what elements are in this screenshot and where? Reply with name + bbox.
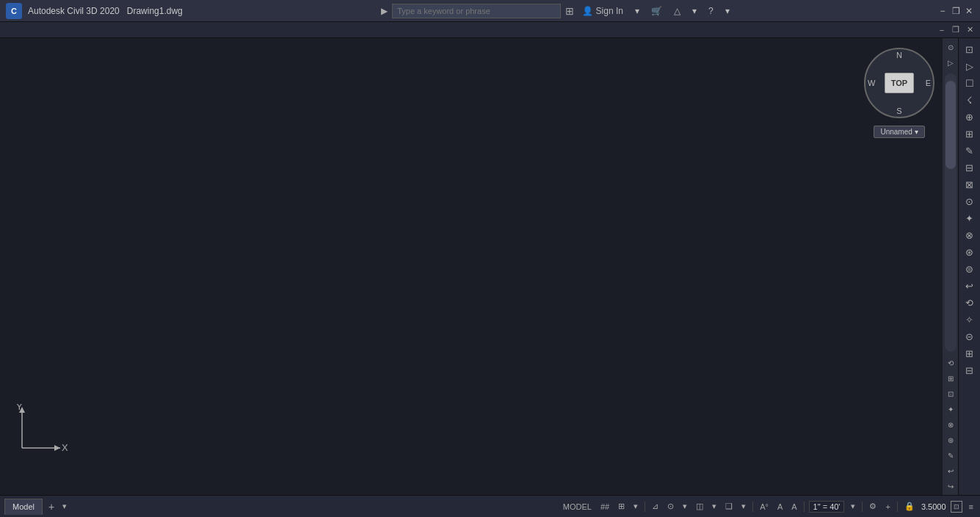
rt-grid-icon[interactable]: ⊞ [960, 126, 979, 142]
grid-toggle-icon[interactable]: ## [598, 502, 611, 512]
coordinate-axes: Y X [9, 404, 68, 455]
rt-sparkle-icon[interactable]: ✧ [960, 311, 979, 328]
cart-icon[interactable]: 🛒 [647, 4, 666, 18]
iso-icon[interactable]: ❑ [723, 501, 735, 512]
nav-redo-icon[interactable]: ↪ [943, 479, 958, 494]
rt-fullscreen-icon[interactable]: ⊡ [960, 41, 979, 57]
nav-orbit-icon[interactable]: ⊗ [943, 417, 958, 432]
app-name: Autodesk Civil 3D 2020 [28, 6, 120, 16]
scale-display: 1" = 40' [809, 501, 845, 513]
menu-icon[interactable]: ≡ [967, 502, 976, 512]
close-button[interactable]: ✕ [964, 6, 974, 16]
snap-toggle-icon[interactable]: ⊞ [616, 501, 627, 512]
coord-icon[interactable]: ⊿ [650, 501, 661, 512]
rt-collapse-icon[interactable]: ⊟ [960, 159, 979, 176]
viewcube-top-button[interactable]: TOP [885, 73, 914, 93]
nav-settings-icon[interactable]: ⊞ [943, 371, 958, 386]
rt-square-icon[interactable]: ☐ [960, 75, 979, 91]
iso-dropdown-icon[interactable]: ▾ [739, 501, 748, 512]
compass-west-label: W [868, 79, 875, 87]
rt-asterisk-icon[interactable]: ⊛ [960, 244, 979, 260]
nav-undo-icon[interactable]: ↩ [943, 463, 958, 478]
add-layout-button[interactable]: + [46, 501, 57, 513]
search-icon[interactable]: ⊞ [565, 5, 574, 17]
separator-3 [804, 502, 805, 512]
title-bar-left: C Autodesk Civil 3D 2020 Drawing1.dwg [6, 3, 183, 19]
polar-dropdown-icon[interactable]: ▾ [710, 501, 719, 512]
sec-minimize-button[interactable]: − [936, 24, 948, 36]
account-dropdown-icon[interactable]: ▾ [631, 4, 643, 18]
polar-icon[interactable]: ◫ [694, 501, 705, 512]
viewcube-compass[interactable]: N S W E TOP [864, 48, 934, 118]
help-dropdown-icon[interactable]: ▾ [722, 4, 733, 18]
separator-4 [862, 502, 863, 512]
nav-bottom-icon[interactable]: ⟲ [943, 355, 958, 370]
minimize-button[interactable]: − [937, 6, 948, 16]
separator-5 [897, 502, 898, 512]
rt-flash-icon[interactable]: ☇ [960, 92, 979, 108]
track-icon[interactable]: ⊙ [665, 501, 676, 512]
triangle-dropdown-icon[interactable]: ▾ [689, 4, 700, 18]
sec-close-button[interactable]: ✕ [964, 24, 976, 36]
x-axis-label: X [62, 442, 68, 453]
title-bar: C Autodesk Civil 3D 2020 Drawing1.dwg ▶ … [0, 0, 980, 22]
rt-play-icon[interactable]: ▷ [960, 58, 979, 74]
model-mode-label[interactable]: MODEL [561, 502, 594, 512]
status-bar-right: MODEL ## ⊞ ▾ ⊿ ⊙ ▾ ◫ ▾ ❑ ▾ A° A A 1" = 4… [561, 501, 976, 513]
nav-top-icon[interactable]: ⊙ [943, 40, 958, 54]
rt-dash-icon[interactable]: ⊜ [960, 261, 979, 277]
title-bar-center: ▶ ⊞ 👤 Sign In ▾ 🛒 △ ▾ ? ▾ [381, 4, 733, 18]
rt-minus-square-icon[interactable]: ⊟ [960, 362, 979, 378]
nav-zoom-icon[interactable]: ⊡ [943, 386, 958, 401]
nav-look-icon[interactable]: ⊛ [943, 433, 958, 447]
annotate1-icon[interactable]: A° [758, 502, 771, 512]
rt-minus-circle-icon[interactable]: ⊝ [960, 328, 979, 344]
viewport-icon[interactable]: ⊡ [951, 501, 962, 513]
track-dropdown-icon[interactable]: ▾ [680, 501, 689, 512]
search-input[interactable] [392, 4, 561, 18]
viewport-name-label[interactable]: Unnamed ▾ [874, 126, 924, 138]
settings-icon[interactable]: ⚙ [867, 501, 879, 512]
nav-walk-icon[interactable]: ✎ [943, 448, 958, 463]
nav-pan-icon[interactable]: ✦ [943, 402, 958, 416]
annotate3-icon[interactable]: A [789, 502, 799, 512]
viewcube[interactable]: N S W E TOP Unnamed ▾ [859, 48, 940, 169]
separator-2 [752, 502, 753, 512]
rt-target-icon[interactable]: ⊙ [960, 193, 979, 209]
annotate2-icon[interactable]: A [775, 502, 785, 512]
window-controls: − ❒ ✕ [937, 6, 974, 16]
help-icon[interactable]: ? [705, 4, 717, 18]
rt-pen-icon[interactable]: ✎ [960, 142, 979, 159]
sign-in-button[interactable]: 👤 Sign In [578, 4, 627, 18]
rt-layers-icon[interactable]: ⊕ [960, 109, 979, 125]
x-arrow [54, 445, 60, 451]
lock-icon[interactable]: 🔒 [902, 501, 917, 512]
model-tab[interactable]: Model [4, 499, 43, 515]
compass-north-label: N [896, 51, 902, 59]
rt-cross-icon[interactable]: ⊗ [960, 227, 979, 243]
nav-arrow-icon[interactable]: ▷ [943, 55, 958, 70]
status-bar: Model + ▾ MODEL ## ⊞ ▾ ⊿ ⊙ ▾ ◫ ▾ ❑ ▾ A° … [0, 495, 980, 517]
rt-redo-icon[interactable]: ⟲ [960, 294, 979, 311]
nav-thumb [945, 81, 956, 169]
rt-plus-square-icon[interactable]: ⊞ [960, 345, 979, 361]
rt-undo-icon[interactable]: ↩ [960, 278, 979, 294]
scale-dropdown-icon[interactable]: ▾ [849, 501, 857, 512]
rt-star-icon[interactable]: ✦ [960, 210, 979, 226]
canvas-area[interactable] [0, 38, 958, 495]
file-name: Drawing1.dwg [127, 6, 183, 16]
snap-dropdown-icon[interactable]: ▾ [631, 501, 640, 512]
search-expand-icon[interactable]: ▶ [381, 6, 388, 16]
secondary-window-controls: − ❒ ✕ [936, 24, 976, 36]
sec-restore-button[interactable]: ❒ [950, 24, 962, 36]
nav-scrollbar[interactable] [945, 73, 957, 352]
layout-dropdown-arrow[interactable]: ▾ [60, 501, 69, 512]
app-icon[interactable]: C [6, 3, 22, 19]
secondary-bar: − ❒ ✕ [0, 22, 980, 38]
rt-close-icon[interactable]: ⊠ [960, 176, 979, 192]
plus-icon[interactable]: + [883, 502, 892, 512]
restore-button[interactable]: ❒ [951, 6, 961, 16]
triangle-icon[interactable]: △ [670, 4, 684, 18]
viewport-name-button[interactable]: Unnamed ▾ [859, 124, 940, 138]
compass-east-label: E [926, 79, 931, 87]
